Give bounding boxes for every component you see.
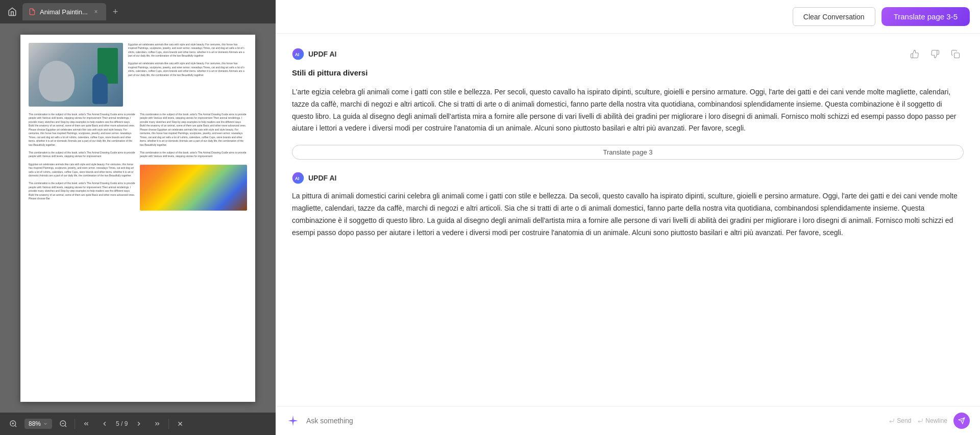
message-body-1: L'arte egizia celebra gli animali come i… — [292, 86, 964, 135]
newline-hint: Newline — [917, 417, 947, 424]
svg-line-5 — [65, 425, 66, 427]
message-block-2: AI UPDF AI La pittura di animali domesti… — [292, 172, 964, 239]
message-actions-1 — [906, 46, 964, 62]
prev-page-button[interactable] — [97, 417, 112, 431]
right-panel: Clear Conversation Translate page 3-5 — [276, 0, 980, 435]
send-button[interactable] — [953, 413, 970, 429]
home-button[interactable] — [4, 4, 20, 20]
message-title-1: Stili di pittura diversi — [292, 68, 964, 77]
zoom-display[interactable]: 88% — [24, 419, 52, 429]
first-page-button[interactable] — [79, 417, 93, 431]
send-label: Send — [897, 417, 911, 424]
newline-label: Newline — [925, 417, 947, 424]
close-panel-button[interactable] — [173, 417, 187, 431]
chat-header: Clear Conversation Translate page 3-5 — [276, 0, 980, 34]
tab-close-button[interactable]: × — [92, 8, 100, 16]
ai-label-text-2: UPDF AI — [308, 174, 336, 182]
pdf-content: Egyptian art celebrates animals like cat… — [20, 35, 255, 402]
pdf-text-col3: This combination is the subject of this … — [140, 113, 247, 161]
thumbs-up-button-1[interactable] — [906, 46, 923, 62]
send-hint: Send — [889, 417, 911, 424]
updf-ai-logo-2: AI — [292, 172, 304, 184]
copy-button-1[interactable] — [947, 46, 964, 62]
translate-pages-button[interactable]: Translate page 3-5 — [881, 7, 970, 26]
sparkle-icon — [286, 414, 300, 428]
ai-label-1: AI UPDF AI — [292, 48, 336, 60]
message-header-2: AI UPDF AI — [292, 172, 964, 184]
translate-page-3-button[interactable]: Translate page 3 — [292, 145, 964, 160]
chat-input-field[interactable] — [306, 417, 883, 425]
pdf-image-bottom — [140, 165, 247, 211]
message-block-1: AI UPDF AI Stili di pittura divers — [292, 46, 964, 160]
chat-input-area: Send Newline — [276, 406, 980, 435]
pdf-image-bottom-container — [140, 163, 247, 211]
svg-text:AI: AI — [295, 53, 299, 57]
ai-label-2: AI UPDF AI — [292, 172, 336, 184]
thumbs-down-button-1[interactable] — [927, 46, 943, 62]
separator2 — [168, 419, 169, 429]
chat-area: AI UPDF AI Stili di pittura divers — [276, 34, 980, 406]
pdf-page: Egyptian art celebrates animals like cat… — [20, 35, 255, 402]
pdf-text-col4: Egyptian art celebrates animals like cat… — [29, 163, 136, 211]
active-tab[interactable]: Animal Paintin... × — [22, 3, 106, 20]
zoom-out-button[interactable] — [56, 417, 70, 431]
next-page-button[interactable] — [132, 417, 146, 431]
input-actions: Send Newline — [889, 413, 970, 429]
separator1 — [75, 419, 75, 429]
tab-title: Animal Paintin... — [40, 8, 88, 16]
pdf-text-col2: This combination is the subject of this … — [29, 113, 136, 161]
tab-bar: Animal Paintin... × + — [0, 0, 276, 23]
svg-rect-11 — [954, 53, 960, 58]
zoom-value: 88% — [29, 420, 41, 427]
pdf-image-top — [29, 43, 123, 107]
clear-conversation-button[interactable]: Clear Conversation — [793, 7, 875, 26]
svg-text:AI: AI — [295, 176, 299, 181]
message-body-2: La pittura di animali domestici carini c… — [292, 190, 964, 239]
zoom-in-button[interactable] — [6, 417, 20, 431]
ai-label-text-1: UPDF AI — [308, 50, 336, 58]
left-panel: Animal Paintin... × + Egyptian art celeb… — [0, 0, 276, 435]
add-tab-button[interactable]: + — [108, 5, 122, 19]
updf-ai-logo: AI — [292, 48, 304, 60]
pdf-viewer: Egyptian art celebrates animals like cat… — [0, 23, 276, 413]
page-number: 5 / 9 — [116, 420, 128, 427]
message-header-1: AI UPDF AI — [292, 46, 964, 62]
last-page-button[interactable] — [150, 417, 164, 431]
toolbar-bottom: 88% 5 / 9 — [0, 413, 276, 435]
svg-line-1 — [15, 425, 16, 427]
